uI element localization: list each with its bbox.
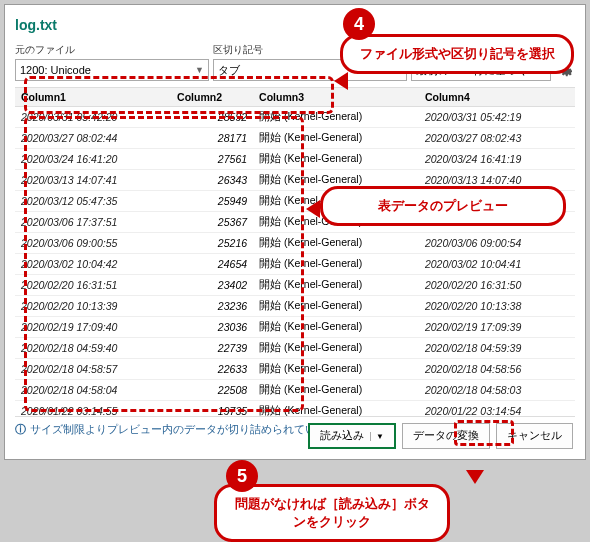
table-cell: 開始 (Kernel-General) [253, 401, 419, 418]
table-row[interactable]: 2020/03/06 09:00:5525216開始 (Kernel-Gener… [15, 233, 575, 254]
encoding-value: 1200: Unicode [20, 64, 91, 76]
column-header[interactable]: Column2 [171, 88, 253, 107]
table-cell: 2020/02/20 10:13:38 [419, 296, 575, 317]
encoding-select[interactable]: 1200: Unicode ▼ [15, 59, 209, 81]
table-row[interactable]: 2020/03/31 05:42:2028592開始 (Kernel-Gener… [15, 107, 575, 128]
table-cell: 開始 (Kernel-General) [253, 275, 419, 296]
table-cell: 2020/02/18 04:58:56 [419, 359, 575, 380]
arrow-icon [466, 470, 484, 484]
table-cell: 開始 (Kernel-General) [253, 359, 419, 380]
origin-label: 元のファイル [15, 43, 209, 57]
table-cell: 2020/01/22 03:14:55 [15, 401, 171, 418]
table-cell: 23036 [171, 317, 253, 338]
table-cell: 開始 (Kernel-General) [253, 149, 419, 170]
table-row[interactable]: 2020/02/18 04:59:4022739開始 (Kernel-Gener… [15, 338, 575, 359]
column-header[interactable]: Column1 [15, 88, 171, 107]
table-cell: 2020/03/06 09:00:55 [15, 233, 171, 254]
table-cell: 2020/03/27 08:02:44 [15, 128, 171, 149]
table-row[interactable]: 2020/03/27 08:02:4428171開始 (Kernel-Gener… [15, 128, 575, 149]
table-row[interactable]: 2020/02/20 16:31:5123402開始 (Kernel-Gener… [15, 275, 575, 296]
table-cell: 25216 [171, 233, 253, 254]
table-cell: 22508 [171, 380, 253, 401]
chevron-down-icon[interactable]: ▼ [370, 432, 384, 441]
table-cell: 2020/03/13 14:07:41 [15, 170, 171, 191]
cancel-label: キャンセル [507, 429, 562, 443]
table-cell: 開始 (Kernel-General) [253, 128, 419, 149]
table-cell: 2020/02/20 10:13:39 [15, 296, 171, 317]
table-cell: 22739 [171, 338, 253, 359]
table-cell: 2020/03/06 17:37:51 [15, 212, 171, 233]
table-cell: 2020/01/22 03:14:54 [419, 401, 575, 418]
table-cell: 開始 (Kernel-General) [253, 380, 419, 401]
table-cell: 2020/03/02 10:04:41 [419, 254, 575, 275]
column-header[interactable]: Column4 [419, 88, 575, 107]
table-row[interactable]: 2020/02/18 04:58:5722633開始 (Kernel-Gener… [15, 359, 575, 380]
table-row[interactable]: 2020/03/24 16:41:2027561開始 (Kernel-Gener… [15, 149, 575, 170]
table-cell: 2020/02/19 17:09:40 [15, 317, 171, 338]
step-badge-4: 4 [343, 8, 375, 40]
table-cell: 開始 (Kernel-General) [253, 254, 419, 275]
origin-col: 元のファイル 1200: Unicode ▼ [15, 43, 209, 81]
transform-label: データの変換 [413, 429, 479, 443]
table-cell: 開始 (Kernel-General) [253, 107, 419, 128]
table-row[interactable]: 2020/02/20 10:13:3923236開始 (Kernel-Gener… [15, 296, 575, 317]
table-cell: 25949 [171, 191, 253, 212]
table-cell: 2020/02/18 04:58:04 [15, 380, 171, 401]
chevron-down-icon: ▼ [195, 65, 204, 75]
table-cell: 2020/02/20 16:31:50 [419, 275, 575, 296]
table-cell: 2020/03/31 05:42:19 [419, 107, 575, 128]
table-cell: 開始 (Kernel-General) [253, 233, 419, 254]
table-cell: 27561 [171, 149, 253, 170]
table-cell: 23402 [171, 275, 253, 296]
table-cell: 開始 (Kernel-General) [253, 296, 419, 317]
table-cell: 2020/02/19 17:09:39 [419, 317, 575, 338]
table-cell: 28592 [171, 107, 253, 128]
table-cell: 2020/02/18 04:58:57 [15, 359, 171, 380]
table-cell: 開始 (Kernel-General) [253, 338, 419, 359]
arrow-icon [306, 200, 320, 218]
table-cell: 22633 [171, 359, 253, 380]
load-label: 読み込み [320, 429, 364, 443]
load-button[interactable]: 読み込み ▼ [308, 423, 396, 449]
table-cell: 24654 [171, 254, 253, 275]
table-row[interactable]: 2020/02/19 17:09:4023036開始 (Kernel-Gener… [15, 317, 575, 338]
table-cell: 26343 [171, 170, 253, 191]
table-cell: 25367 [171, 212, 253, 233]
callout-3: 問題がなければ［読み込み］ボタンをクリック [214, 484, 450, 542]
table-cell: 2020/03/06 09:00:54 [419, 233, 575, 254]
info-text: サイズ制限よりプレビュー内のデータが切り詰められています。 [30, 423, 349, 437]
callout-2: 表データのプレビュー [320, 186, 566, 226]
delimiter-value: タブ [218, 63, 240, 78]
button-row: 読み込み ▼ データの変換 キャンセル [308, 423, 573, 449]
preview-table: Column1Column2Column3Column4 2020/03/31 … [15, 88, 575, 417]
table-row[interactable]: 2020/02/18 04:58:0422508開始 (Kernel-Gener… [15, 380, 575, 401]
table-cell: 23236 [171, 296, 253, 317]
table-cell: 2020/03/24 16:41:19 [419, 149, 575, 170]
info-icon: ⓘ [15, 423, 26, 437]
callout-1: ファイル形式や区切り記号を選択 [340, 34, 574, 74]
cancel-button[interactable]: キャンセル [496, 423, 573, 449]
table-cell: 2020/03/24 16:41:20 [15, 149, 171, 170]
table-cell: 19735 [171, 401, 253, 418]
table-cell: 2020/03/12 05:47:35 [15, 191, 171, 212]
table-cell: 2020/02/20 16:31:51 [15, 275, 171, 296]
table-cell: 2020/03/27 08:02:43 [419, 128, 575, 149]
table-cell: 2020/03/02 10:04:42 [15, 254, 171, 275]
table-cell: 2020/02/18 04:58:03 [419, 380, 575, 401]
preview-table-wrap: Column1Column2Column3Column4 2020/03/31 … [15, 87, 575, 417]
table-cell: 開始 (Kernel-General) [253, 317, 419, 338]
column-header[interactable]: Column3 [253, 88, 419, 107]
dialog-title: log.txt [15, 17, 575, 33]
table-row[interactable]: 2020/03/02 10:04:4224654開始 (Kernel-Gener… [15, 254, 575, 275]
table-cell: 2020/03/31 05:42:20 [15, 107, 171, 128]
table-cell: 2020/02/18 04:59:40 [15, 338, 171, 359]
table-cell: 28171 [171, 128, 253, 149]
table-row[interactable]: 2020/01/22 03:14:5519735開始 (Kernel-Gener… [15, 401, 575, 418]
table-cell: 2020/02/18 04:59:39 [419, 338, 575, 359]
step-badge-5: 5 [226, 460, 258, 492]
arrow-icon [334, 72, 348, 90]
transform-button[interactable]: データの変換 [402, 423, 490, 449]
